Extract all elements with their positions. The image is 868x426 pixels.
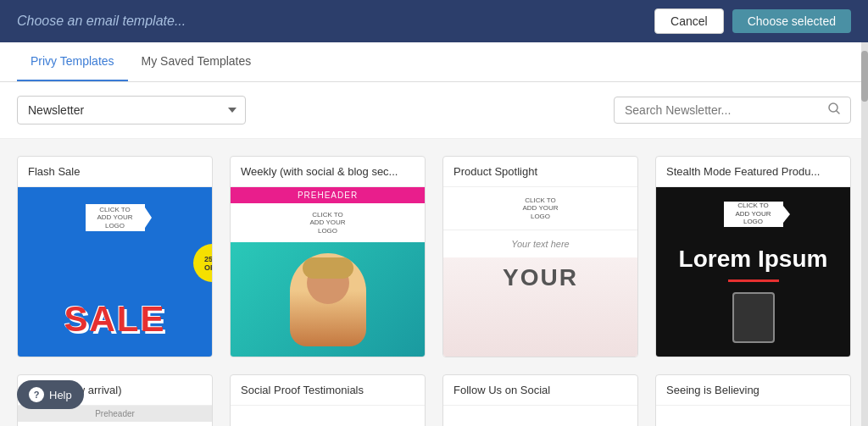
scrollbar-thumb[interactable] bbox=[861, 51, 868, 102]
choose-selected-button[interactable]: Choose selected bbox=[732, 9, 851, 33]
template-label-product: Product Spotlight bbox=[443, 157, 637, 187]
stealth-lorem-ipsum: Lorem Ipsum bbox=[679, 246, 828, 273]
template-label-follow: Follow Us on Social bbox=[443, 375, 637, 406]
stealth-logo: CLICK TOADD YOURLOGO bbox=[724, 202, 783, 227]
tab-privy-templates[interactable]: Privy Templates bbox=[17, 42, 128, 81]
stealth-accent bbox=[728, 279, 779, 282]
header: Choose an email template... Cancel Choos… bbox=[0, 0, 868, 42]
template-label-stealth: Stealth Mode Featured Produ... bbox=[656, 157, 850, 187]
help-button[interactable]: ? Help bbox=[17, 380, 84, 409]
tab-my-saved-templates[interactable]: My Saved Templates bbox=[128, 42, 265, 81]
weekly-logo: CLICK TOADD YOURLOGO bbox=[298, 210, 358, 235]
flash-sale-logo: CLICK TOADD YOURLOGO bbox=[86, 204, 145, 231]
template-preview-social-proof: CLICK TOADD YOURLOGO bbox=[231, 406, 425, 426]
template-preview-flash-sale: CLICK TOADD YOURLOGO 25%OFF SALE bbox=[18, 187, 212, 357]
template-preview-seeing: CLICK TOADD YOURLOGO bbox=[656, 406, 850, 426]
product-bottom: YOUR bbox=[443, 257, 637, 357]
new-arrival-logo-area: CLICK TOADD YOURLOGO bbox=[18, 422, 212, 426]
help-icon: ? bbox=[29, 387, 44, 402]
template-preview-weekly: PREHEADER CLICK TOADD YOURLOGO bbox=[231, 187, 425, 357]
template-card-stealth[interactable]: Stealth Mode Featured Produ... CLICK TOA… bbox=[655, 156, 851, 357]
templates-grid: Flash Sale CLICK TOADD YOURLOGO 25%OFF S… bbox=[17, 156, 851, 426]
toolbar: Newsletter Promotional Transactional Ann… bbox=[0, 82, 868, 139]
header-actions: Cancel Choose selected bbox=[654, 8, 851, 34]
template-label-flash-sale: Flash Sale bbox=[18, 157, 212, 187]
search-box bbox=[614, 97, 851, 124]
weekly-image bbox=[231, 242, 425, 357]
main-content: Flash Sale CLICK TOADD YOURLOGO 25%OFF S… bbox=[0, 139, 868, 426]
template-card-social-proof[interactable]: Social Proof Testimonials CLICK TOADD YO… bbox=[230, 374, 426, 426]
weekly-logo-area: CLICK TOADD YOURLOGO bbox=[231, 203, 425, 242]
flash-sale-logo-wrap: CLICK TOADD YOURLOGO bbox=[86, 204, 145, 231]
template-label-weekly: Weekly (with social & blog sec... bbox=[231, 157, 425, 187]
product-text-area: Your text here bbox=[443, 230, 637, 257]
template-card-follow[interactable]: Follow Us on Social CLICK TOADD YOURLOGO bbox=[442, 374, 638, 426]
template-card-weekly[interactable]: Weekly (with social & blog sec... PREHEA… bbox=[230, 156, 426, 357]
product-logo-area: CLICK TOADD YOURLOGO bbox=[443, 187, 637, 230]
template-card-flash-sale[interactable]: Flash Sale CLICK TOADD YOURLOGO 25%OFF S… bbox=[17, 156, 213, 357]
weekly-preheader: PREHEADER bbox=[231, 187, 425, 203]
flash-sale-badge: 25%OFF bbox=[193, 244, 213, 282]
product-your-text: YOUR bbox=[503, 264, 578, 291]
help-label: Help bbox=[49, 389, 72, 401]
tabs-bar: Privy Templates My Saved Templates bbox=[0, 42, 868, 82]
flash-sale-text: SALE bbox=[64, 299, 165, 340]
template-label-seeing: Seeing is Believing bbox=[656, 375, 850, 406]
search-input[interactable] bbox=[625, 103, 823, 117]
template-preview-follow: CLICK TOADD YOURLOGO bbox=[443, 406, 637, 426]
template-label-social-proof: Social Proof Testimonials bbox=[231, 375, 425, 406]
category-dropdown[interactable]: Newsletter Promotional Transactional Ann… bbox=[17, 96, 246, 124]
svg-line-1 bbox=[837, 111, 839, 113]
template-preview-stealth: CLICK TOADD YOURLOGO Lorem Ipsum bbox=[656, 187, 850, 357]
stealth-product-image bbox=[732, 292, 775, 343]
product-logo: CLICK TOADD YOURLOGO bbox=[511, 196, 570, 221]
template-preview-product: CLICK TOADD YOURLOGO Your text here YOUR bbox=[443, 187, 637, 357]
cancel-button[interactable]: Cancel bbox=[654, 8, 724, 34]
scrollbar[interactable] bbox=[861, 42, 868, 426]
template-card-seeing[interactable]: Seeing is Believing CLICK TOADD YOURLOGO bbox=[655, 374, 851, 426]
template-card-product[interactable]: Product Spotlight CLICK TOADD YOURLOGO Y… bbox=[442, 156, 638, 357]
page-title: Choose an email template... bbox=[17, 14, 186, 29]
search-icon bbox=[828, 102, 840, 118]
